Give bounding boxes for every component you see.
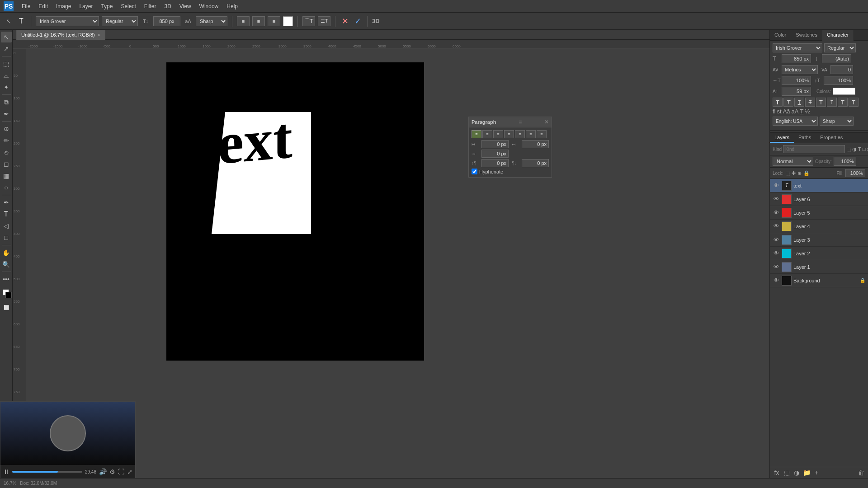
menu-select[interactable]: Select: [117, 2, 139, 11]
lock-all-btn[interactable]: 🔒: [803, 170, 810, 176]
menu-help[interactable]: Help: [223, 2, 241, 11]
menu-file[interactable]: File: [18, 2, 34, 11]
special-frac[interactable]: ½: [805, 108, 810, 115]
menu-window[interactable]: Window: [196, 2, 222, 11]
special-fi[interactable]: fi: [773, 108, 776, 115]
create-fill-btn[interactable]: ◑: [793, 469, 801, 476]
layer-vis-3[interactable]: 👁: [773, 236, 780, 244]
blend-mode-select[interactable]: Normal: [773, 157, 813, 166]
warp-text-button[interactable]: ⌒T: [302, 16, 315, 26]
hyphenate-checkbox[interactable]: [472, 169, 477, 174]
char-color-swatch[interactable]: [833, 88, 855, 95]
add-layer-style-btn[interactable]: fx: [773, 469, 781, 476]
font-family-select[interactable]: Irish Grover: [36, 16, 99, 26]
para-align-right-btn[interactable]: ≡: [493, 130, 503, 138]
para-align-center-btn[interactable]: ≡: [482, 130, 492, 138]
para-align-justify3-btn[interactable]: ≡: [526, 130, 536, 138]
tt-superscript-btn[interactable]: T: [838, 98, 848, 107]
para-align-justify2-btn[interactable]: ≡: [515, 130, 525, 138]
hand-tool[interactable]: ✋: [1, 247, 12, 258]
background-color[interactable]: [5, 292, 12, 298]
eraser-tool[interactable]: ◻: [1, 159, 12, 169]
text-color-swatch[interactable]: [283, 16, 293, 26]
layer-vis-1[interactable]: 👁: [773, 263, 780, 271]
char-scaleh-input[interactable]: [782, 76, 811, 85]
delete-layer-btn[interactable]: 🗑: [857, 469, 865, 476]
menu-layer[interactable]: Layer: [75, 2, 96, 11]
align-left-button[interactable]: ≡: [237, 16, 250, 26]
tt-bold-btn[interactable]: T: [773, 98, 783, 107]
paragraph-panel-collapse[interactable]: ≡: [519, 119, 522, 125]
layer-vis-5[interactable]: 👁: [773, 209, 780, 216]
layer-item-background[interactable]: 👁 Background 🔒: [770, 274, 868, 287]
layer-vis-text[interactable]: 👁: [773, 182, 780, 189]
layer-vis-2[interactable]: 👁: [773, 250, 780, 257]
menu-type[interactable]: Type: [97, 2, 116, 11]
video-volume-btn[interactable]: 🔊: [99, 468, 107, 475]
menu-3d[interactable]: 3D: [160, 2, 175, 11]
color-tab[interactable]: Color: [770, 30, 791, 40]
document-tab-main[interactable]: Untitled-1 @ 16.7% (text, RGB/8) ×: [16, 30, 105, 40]
path-select-tool[interactable]: ◁: [1, 221, 12, 231]
lock-position-btn[interactable]: ✚: [792, 170, 796, 176]
layer-pixel-filter[interactable]: ⬚: [846, 145, 851, 153]
quick-mask-mode[interactable]: ⬜: [1, 302, 12, 313]
character-tab[interactable]: Character: [822, 30, 854, 41]
layer-item-6[interactable]: 👁 Layer 6: [770, 192, 868, 206]
create-layer-btn[interactable]: +: [812, 469, 821, 476]
para-space-before-input[interactable]: [481, 159, 509, 167]
layer-item-1[interactable]: 👁 Layer 1: [770, 260, 868, 274]
layer-vis-6[interactable]: 👁: [773, 196, 780, 203]
swatches-tab[interactable]: Swatches: [791, 30, 822, 40]
char-font-family-select[interactable]: Irish Grover: [773, 43, 822, 52]
paragraph-panel-close[interactable]: ✕: [544, 119, 549, 125]
layer-shape-filter[interactable]: □: [863, 145, 866, 153]
para-indent-right-input[interactable]: [522, 140, 549, 148]
para-align-left-btn[interactable]: ≡: [472, 130, 481, 138]
tt-italic-btn[interactable]: T: [783, 98, 793, 107]
create-group-btn[interactable]: 📁: [802, 469, 811, 476]
layer-vis-background[interactable]: 👁: [773, 277, 780, 284]
gradient-tool[interactable]: ▦: [1, 170, 12, 181]
layers-tab-layers[interactable]: Layers: [770, 133, 794, 143]
special-aa2[interactable]: aA: [792, 108, 799, 115]
menu-image[interactable]: Image: [52, 2, 75, 11]
video-timeline[interactable]: [12, 471, 82, 473]
tt-allcaps-btn[interactable]: T: [816, 98, 826, 107]
layer-type-filter[interactable]: T: [858, 145, 861, 153]
char-font-style-select[interactable]: Regular: [824, 43, 856, 52]
char-size-input[interactable]: [782, 54, 811, 63]
tab-close-button[interactable]: ×: [98, 33, 100, 38]
para-indent-left-input[interactable]: [481, 140, 509, 148]
tt-strikethrough-btn[interactable]: T: [805, 98, 815, 107]
tt-smallcaps-btn[interactable]: T: [827, 98, 837, 107]
cancel-type-button[interactable]: ✕: [340, 16, 350, 26]
crop-tool[interactable]: ⧉: [1, 97, 12, 108]
char-kerning-input[interactable]: [830, 65, 853, 74]
layer-item-3[interactable]: 👁 Layer 3: [770, 233, 868, 247]
video-settings-btn[interactable]: ⚙: [109, 468, 115, 475]
character-panel-toggle[interactable]: ☰T: [318, 16, 330, 26]
zoom-tool[interactable]: 🔍: [1, 259, 12, 270]
layer-item-5[interactable]: 👁 Layer 5: [770, 206, 868, 220]
language-select[interactable]: English: USA: [773, 117, 818, 126]
align-right-button[interactable]: ≡: [268, 16, 280, 26]
marquee-tool[interactable]: ⬚: [1, 58, 12, 69]
lasso-tool[interactable]: ⌓: [1, 70, 12, 81]
layer-vis-4[interactable]: 👁: [773, 223, 780, 230]
layers-search-input[interactable]: [783, 145, 845, 153]
special-st[interactable]: st: [777, 108, 782, 115]
lock-artboards-btn[interactable]: ⊕: [797, 170, 802, 176]
font-style-select[interactable]: Regular: [102, 16, 138, 26]
shape-tool[interactable]: □: [1, 232, 12, 243]
fill-input[interactable]: [845, 169, 865, 177]
magic-wand-tool[interactable]: ✦: [1, 82, 12, 93]
para-space-after-input[interactable]: [522, 159, 549, 167]
selection-tool[interactable]: ↖: [1, 32, 12, 42]
menu-edit[interactable]: Edit: [35, 2, 52, 11]
canvas-area[interactable]: text Paragraph ≡ ✕ ≡ ≡ ≡: [26, 49, 769, 478]
type-tool-icon[interactable]: T: [16, 16, 26, 26]
layers-tab-paths[interactable]: Paths: [794, 133, 816, 143]
align-center-button[interactable]: ≡: [252, 16, 265, 26]
move-tool-icon[interactable]: ↖: [4, 16, 14, 26]
